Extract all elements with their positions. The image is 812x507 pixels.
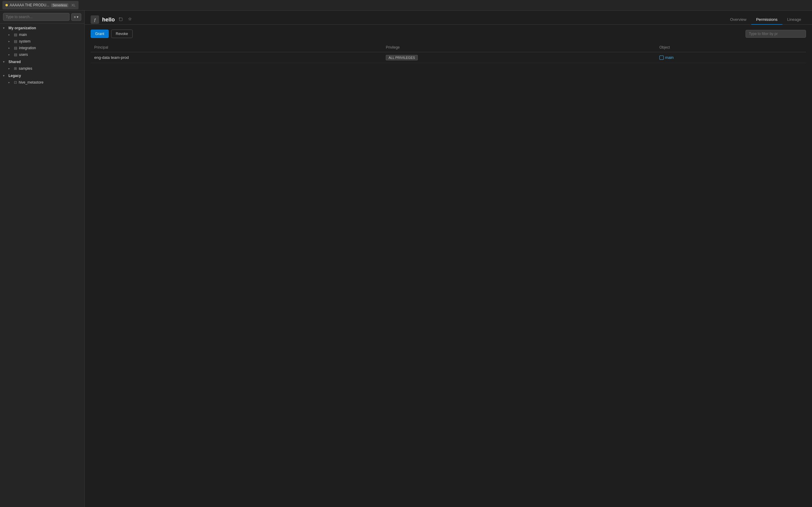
sidebar: ≡ ▾ My organization ▤ main ▤: [0, 11, 85, 507]
revoke-button[interactable]: Revoke: [111, 30, 133, 38]
section-header-shared[interactable]: Shared: [0, 59, 84, 65]
schema-icon-hive: ⊡: [14, 80, 17, 84]
tree-label-main: main: [19, 33, 27, 37]
table-header-row: Principal Privilege Object: [91, 43, 806, 52]
schema-icon-main: ▤: [14, 33, 17, 37]
object-link[interactable]: main: [659, 55, 802, 60]
chevron-samples: [8, 67, 12, 70]
section-label-legacy: Legacy: [8, 74, 21, 78]
section-label-my-organization: My organization: [8, 26, 36, 30]
cell-object: main: [656, 52, 806, 63]
grant-button[interactable]: Grant: [91, 30, 109, 38]
chevron-legacy: [3, 74, 7, 77]
cell-privilege: ALL PRIVILEGES: [382, 52, 656, 63]
main-layout: ≡ ▾ My organization ▤ main ▤: [0, 11, 812, 507]
star-icon[interactable]: [127, 16, 133, 23]
permissions-toolbar: Grant Revoke: [91, 30, 806, 38]
tab-item-1[interactable]: AAAAAA THE PRODU... Serverless XL: [2, 1, 79, 9]
filter-input[interactable]: [746, 30, 806, 38]
filter-chevron: ▾: [77, 15, 79, 19]
content-area: ƒ hello Overview Permissions Lineage: [85, 11, 812, 507]
permissions-content: Grant Revoke Principal Privilege Object: [85, 25, 812, 507]
col-object: Object: [656, 43, 806, 52]
tab-bar: AAAAAA THE PRODU... Serverless XL: [0, 0, 812, 11]
tab-dot: [5, 4, 8, 6]
cell-principal: eng-data team-prod: [91, 52, 382, 63]
search-input[interactable]: [3, 13, 69, 21]
object-name: main: [665, 55, 674, 60]
tab-lineage[interactable]: Lineage: [782, 15, 806, 25]
tab-close-1[interactable]: XL: [71, 3, 75, 7]
filter-input-wrap: [746, 30, 806, 38]
tree-label-system: system: [19, 39, 31, 44]
section-legacy: Legacy ⊡ hive_metastore: [0, 72, 84, 86]
table-row: eng-data team-prod ALL PRIVILEGES main: [91, 52, 806, 63]
schema-icon-users: ▤: [14, 53, 17, 57]
section-my-organization: My organization ▤ main ▤ system ▤ integr…: [0, 25, 84, 58]
search-bar: ≡ ▾: [0, 11, 84, 23]
chevron-system: [8, 40, 12, 43]
filter-button[interactable]: ≡ ▾: [71, 13, 81, 21]
chevron-hive: [8, 81, 12, 84]
schema-link-icon: [659, 56, 664, 60]
nav-tabs: Overview Permissions Lineage: [716, 15, 806, 24]
tree-item-integration[interactable]: ▤ integration: [0, 45, 84, 51]
tree-item-hive-metastore[interactable]: ⊡ hive_metastore: [0, 79, 84, 86]
schema-icon-samples: ⊞: [14, 66, 17, 71]
filter-icon: ≡: [74, 15, 76, 19]
permissions-table: Principal Privilege Object eng-data team…: [91, 43, 806, 63]
tree-label-integration: integration: [19, 46, 36, 50]
chevron-my-org: [3, 26, 7, 30]
section-shared: Shared ⊞ samples: [0, 59, 84, 72]
tree-label-users: users: [19, 53, 28, 57]
tree-item-users[interactable]: ▤ users: [0, 51, 84, 58]
tree-label-hive-metastore: hive_metastore: [19, 80, 44, 84]
privilege-badge: ALL PRIVILEGES: [386, 55, 418, 60]
copy-icon[interactable]: [118, 16, 124, 23]
chevron-users: [8, 53, 12, 56]
section-header-legacy[interactable]: Legacy: [0, 72, 84, 79]
chevron-shared: [3, 60, 7, 63]
tree-item-main[interactable]: ▤ main: [0, 32, 84, 38]
tab-overview[interactable]: Overview: [725, 15, 751, 25]
tree-label-samples: samples: [19, 66, 32, 71]
tab-badge-1: Serverless: [51, 3, 68, 7]
tree-item-samples[interactable]: ⊞ samples: [0, 65, 84, 72]
section-header-my-organization[interactable]: My organization: [0, 25, 84, 32]
chevron-main: [8, 33, 12, 36]
tab-permissions[interactable]: Permissions: [751, 15, 782, 25]
page-title: hello: [102, 17, 115, 23]
col-privilege: Privilege: [382, 43, 656, 52]
schema-icon-integration: ▤: [14, 46, 17, 50]
sidebar-tree: My organization ▤ main ▤ system ▤ integr…: [0, 23, 84, 507]
function-icon: ƒ: [91, 15, 99, 24]
schema-icon-system: ▤: [14, 39, 17, 44]
chevron-integration: [8, 47, 12, 50]
section-label-shared: Shared: [8, 60, 21, 64]
tree-item-system[interactable]: ▤ system: [0, 38, 84, 45]
col-principal: Principal: [91, 43, 382, 52]
content-header: ƒ hello Overview Permissions Lineage: [85, 11, 812, 25]
tab-label-1: AAAAAA THE PRODU...: [10, 3, 49, 7]
